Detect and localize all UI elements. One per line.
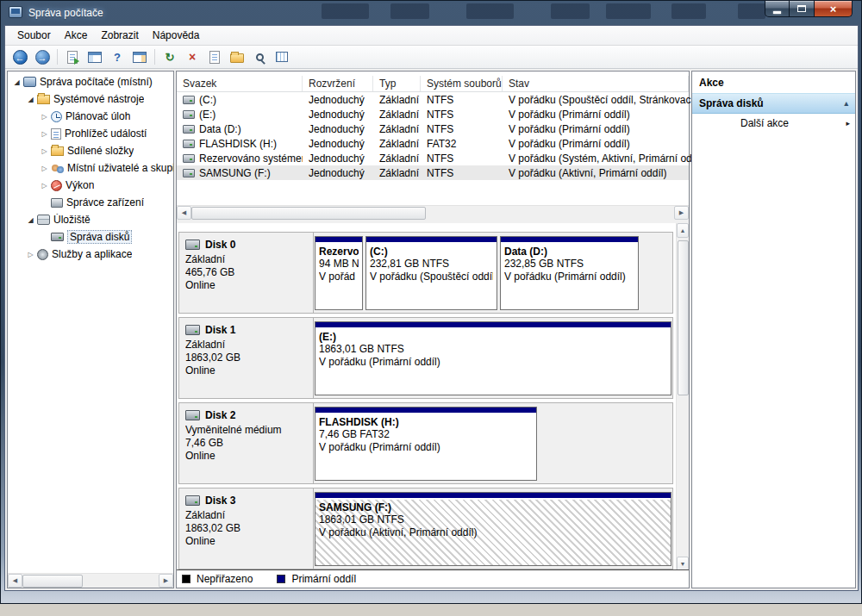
scrollbar-thumb[interactable] <box>678 240 689 395</box>
column-header-typ[interactable]: Typ <box>373 76 421 91</box>
actions-disk-management-header[interactable]: Správa disků ▴ <box>692 93 855 114</box>
volume-name: (E:) <box>199 109 216 121</box>
expand-arrow-icon[interactable]: ◢ <box>11 78 22 86</box>
scroll-up-button[interactable]: ▲ <box>677 223 689 238</box>
show-hide-console-tree-button[interactable] <box>84 47 105 66</box>
menu-soubor[interactable]: Soubor <box>10 27 58 44</box>
scroll-left-button[interactable]: ◀ <box>177 206 191 220</box>
tree-item-storage[interactable]: ◢ Úložiště <box>8 211 173 228</box>
performance-icon <box>51 180 62 191</box>
disk-0-header[interactable]: Disk 0 Základní 465,76 GB Online <box>179 233 314 313</box>
views-icon <box>276 52 288 62</box>
disk-row-3[interactable]: Disk 3 Základní 1863,02 GB Online SAMSUN… <box>178 488 673 569</box>
collapse-arrow-icon[interactable]: ▷ <box>39 147 50 155</box>
tree-item-label: Sdílené složky <box>67 145 134 157</box>
tree-item-event-viewer[interactable]: ▷ Prohlížeč událostí <box>8 125 173 142</box>
close-button[interactable]: × <box>814 1 853 17</box>
services-applications-icon <box>37 249 48 260</box>
open-folder-button[interactable] <box>227 47 247 66</box>
export-list-button[interactable] <box>62 47 83 66</box>
actions-pane-title: Akce <box>692 72 855 93</box>
column-header-system-souboru[interactable]: Systém souborů <box>421 76 503 91</box>
show-hide-action-pane-button[interactable] <box>129 47 150 66</box>
forward-button[interactable]: → <box>32 47 53 66</box>
scrollbar-thumb[interactable] <box>22 575 83 588</box>
column-header-stav[interactable]: Stav <box>503 76 689 91</box>
expand-arrow-icon[interactable]: ◢ <box>25 96 36 103</box>
tree-item-device-manager[interactable]: Správce zařízení <box>8 194 173 211</box>
back-button[interactable]: ← <box>9 47 30 66</box>
menu-napoveda[interactable]: Nápověda <box>146 27 207 44</box>
refresh-button[interactable]: ↻ <box>159 47 180 66</box>
partition-data-d[interactable]: Data (D:) 232,85 GB NTFS V pořádku (Prim… <box>500 236 639 310</box>
volume-row-data-d[interactable]: Data (D:) Jednoduchý Základní NTFS V poř… <box>177 121 689 136</box>
volume-status: V pořádku (Systém, Aktivní, Primární od <box>503 152 692 165</box>
partition-e[interactable]: (E:) 1863,01 GB NTFS V pořádku (Primární… <box>315 321 671 395</box>
disk-name: Disk 3 <box>205 495 235 507</box>
scrollbar-thumb[interactable] <box>191 207 426 220</box>
tree-item-performance[interactable]: ▷ Výkon <box>8 177 173 194</box>
collapse-arrow-icon[interactable]: ▷ <box>39 182 50 190</box>
titlebar-glass-reflection <box>671 3 706 19</box>
partition-samsung-f-selected[interactable]: SAMSUNG (F:) 1863,01 GB NTFS V pořádku (… <box>315 492 671 566</box>
disk-icon <box>185 240 200 250</box>
forward-icon: → <box>35 50 50 65</box>
views-button[interactable] <box>272 47 292 66</box>
tree-item-system-tools[interactable]: ◢ Systémové nástroje <box>8 90 173 108</box>
menu-akce[interactable]: Akce <box>58 27 95 44</box>
tree-item-task-scheduler[interactable]: ▷ Plánovač úloh <box>8 108 173 125</box>
collapse-arrow-icon[interactable]: ▷ <box>25 251 36 258</box>
disk-2-header[interactable]: Disk 2 Vyměnitelné médium 7,46 GB Online <box>179 403 314 483</box>
primary-partition-stripe <box>315 408 536 414</box>
delete-button[interactable]: × <box>182 47 203 66</box>
tree-item-shared-folders[interactable]: ▷ Sdílené složky <box>8 142 173 159</box>
disk-row-2[interactable]: Disk 2 Vyměnitelné médium 7,46 GB Online… <box>178 402 673 484</box>
collapse-arrow-icon[interactable]: ▷ <box>39 165 50 172</box>
menu-zobrazit[interactable]: Zobrazit <box>94 27 145 44</box>
unallocated-color-swatch <box>182 575 191 583</box>
desktop-strip <box>0 604 862 616</box>
volume-row-c[interactable]: (C:) Jednoduchý Základní NTFS V pořádku … <box>177 92 689 107</box>
titlebar[interactable]: Správa počítače × <box>1 1 861 25</box>
scroll-right-button[interactable]: ▶ <box>159 574 173 588</box>
collapse-chevron-icon[interactable]: ▴ <box>844 99 848 108</box>
partition-system-reserved[interactable]: Rezervo 94 MB N V pořád <box>315 236 363 310</box>
partition-flashdisk-h[interactable]: FLASHDISK (H:) 7,46 GB FAT32 V pořádku (… <box>315 407 537 481</box>
column-header-svazek[interactable]: Svazek <box>177 76 303 91</box>
volume-list-horizontal-scrollbar[interactable]: ◀ ▶ <box>177 205 689 220</box>
partition-c[interactable]: (C:) 232,81 GB NTFS V pořádku (Spouštěcí… <box>365 236 497 310</box>
tree-item-services-applications[interactable]: ▷ Služby a aplikace <box>8 246 173 263</box>
scroll-right-button[interactable]: ▶ <box>674 206 689 220</box>
scroll-left-button[interactable]: ◀ <box>8 574 22 588</box>
shared-folders-icon <box>51 146 64 156</box>
event-viewer-icon <box>51 128 61 140</box>
maximize-button[interactable] <box>790 1 814 17</box>
tree-item-disk-management[interactable]: Správa disků <box>8 228 173 246</box>
collapse-arrow-icon[interactable]: ▷ <box>39 113 50 121</box>
partition-size: 232,85 GB NTFS <box>504 258 634 271</box>
tree-item-local-users-groups[interactable]: ▷ Místní uživatelé a skupi <box>8 159 173 177</box>
help-button[interactable]: ? <box>107 47 128 66</box>
disk-row-1[interactable]: Disk 1 Základní 1863,02 GB Online (E:) 1… <box>178 317 673 399</box>
disk-row-0[interactable]: Disk 0 Základní 465,76 GB Online Rezervo… <box>178 232 673 314</box>
collapse-arrow-icon[interactable]: ▷ <box>39 130 50 138</box>
properties-button[interactable] <box>204 47 225 66</box>
column-header-rozvrzeni[interactable]: Rozvržení <box>303 76 373 91</box>
expand-arrow-icon[interactable]: ◢ <box>25 216 36 224</box>
minimize-button[interactable] <box>765 1 790 17</box>
tree-item-label: Správa disků <box>67 230 132 244</box>
show-hide-action-pane-icon <box>133 52 147 63</box>
tree-horizontal-scrollbar[interactable]: ◀ ▶ <box>8 573 173 588</box>
tree-item-label: Místní uživatelé a skupi <box>67 162 173 174</box>
tree-item-computer-management[interactable]: ◢ Správa počítače (místní) <box>8 73 173 90</box>
volume-row-flashdisk-h[interactable]: FLASHDISK (H:) Jednoduchý Základní FAT32… <box>177 136 689 151</box>
disk-3-header[interactable]: Disk 3 Základní 1863,02 GB Online <box>179 488 314 569</box>
volume-row-samsung-f[interactable]: SAMSUNG (F:) Jednoduchý Základní NTFS V … <box>177 165 689 180</box>
find-button[interactable] <box>249 47 270 66</box>
volume-row-system-reserved[interactable]: Rezervováno systémem Jednoduchý Základní… <box>177 151 689 165</box>
disk-1-header[interactable]: Disk 1 Základní 1863,02 GB Online <box>179 318 314 398</box>
volume-row-e[interactable]: (E:) Jednoduchý Základní NTFS V pořádku … <box>177 107 689 121</box>
more-actions-item[interactable]: Další akce ▸ <box>692 114 855 133</box>
disk-view-vertical-scrollbar[interactable]: ▲ ▼ <box>676 223 689 571</box>
disk-status: Online <box>185 450 307 463</box>
